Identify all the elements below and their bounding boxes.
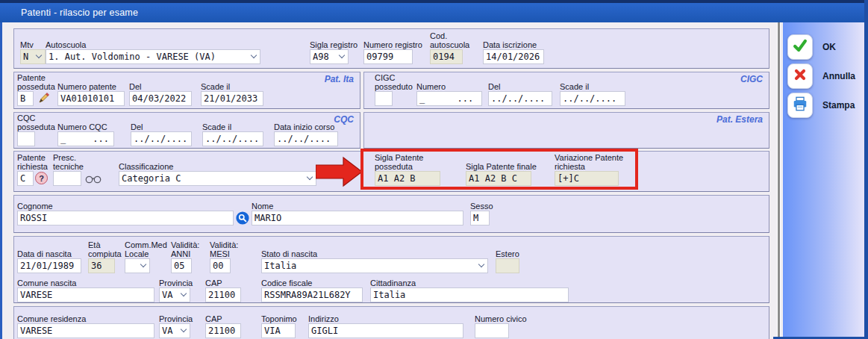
cqc-posseduta-input[interactable]: [17, 131, 35, 146]
cap-residenza-input[interactable]: 21100: [205, 323, 241, 338]
numero-registro-input[interactable]: 09799: [363, 49, 413, 64]
cigc-del-label: Del: [488, 82, 552, 91]
mtv-dropdown[interactable]: N: [20, 49, 46, 64]
indirizzo-field: Indirizzo GIGLI: [308, 314, 463, 338]
numero-civico-label: Numero civico: [475, 314, 527, 323]
cigc-section-label: CIGC: [740, 74, 763, 84]
cigc-posseduto-input[interactable]: [375, 91, 393, 106]
validita-mesi-field: Validità: MESI 00: [210, 240, 247, 273]
indirizzo-label: Indirizzo: [308, 314, 463, 323]
nome-input[interactable]: MARIO: [252, 211, 463, 226]
birth-panel: Data di nascita 21/01/1989 Età compiuta …: [13, 236, 769, 303]
provincia-residenza-dropdown[interactable]: VA: [159, 323, 190, 338]
sigla-registro-value: A98: [313, 52, 329, 62]
provincia-nascita-dropdown[interactable]: VA: [159, 287, 190, 302]
cigc-posseduto-field: CIGC posseduto: [375, 73, 419, 106]
presc-tecniche-input[interactable]: [53, 171, 81, 186]
edit-pencil-icon[interactable]: [38, 92, 50, 104]
eta-compiuta-readonly: 36: [88, 258, 115, 273]
numero-patente-field: Numero patente VA01010101: [57, 82, 125, 106]
patente-posseduta-label: Patente posseduta: [17, 73, 60, 91]
cigc-del-input[interactable]: ../../....: [488, 91, 552, 106]
chevron-down-icon: [36, 52, 42, 58]
sesso-input[interactable]: M: [470, 211, 490, 226]
stampa-button[interactable]: [787, 93, 813, 118]
splitter-divider[interactable]: [777, 22, 781, 339]
search-icon[interactable]: [236, 211, 249, 225]
patente-richiesta-input[interactable]: C: [17, 171, 34, 186]
chevron-down-icon: [140, 261, 146, 267]
nome-field: Nome MARIO: [252, 202, 463, 226]
sigla-finale-label: Sigla Patente finale: [466, 162, 537, 171]
classificazione-value: Categoria C: [122, 173, 181, 184]
numero-civico-input[interactable]: [475, 323, 509, 338]
presc-tecniche-label: Presc. tecniche: [53, 153, 90, 171]
toponimo-field: Toponimo VIA: [261, 314, 297, 338]
cigc-numero-label: Numero: [416, 82, 482, 91]
patente-posseduta-input[interactable]: B: [17, 91, 34, 106]
glasses-icon[interactable]: [85, 175, 102, 184]
toponimo-label: Toponimo: [261, 314, 297, 323]
provincia-residenza-label: Provincia: [159, 314, 193, 323]
cittadinanza-input[interactable]: Italia: [370, 287, 569, 302]
sigla-registro-dropdown[interactable]: A98: [310, 49, 349, 64]
data-nascita-field: Data di nascita 21/01/1989: [17, 249, 81, 273]
cap-nascita-label: CAP: [205, 279, 241, 287]
numero-patente-input[interactable]: VA01010101: [57, 91, 125, 106]
chevron-down-icon: [478, 261, 484, 267]
pat-ita-panel: Pat. Ita Patente posseduta B Numero pate…: [13, 72, 360, 109]
cap-nascita-input[interactable]: 21100: [205, 287, 241, 302]
cqc-numero-input[interactable]: _ ...: [57, 131, 114, 146]
annulla-button[interactable]: [787, 63, 813, 89]
cigc-posseduto-label: CIGC posseduto: [375, 73, 419, 91]
pat-ita-scade-label: Scade il: [201, 82, 263, 91]
pat-ita-del-input[interactable]: 04/03/2022: [129, 91, 192, 106]
variazione-readonly: [+]C: [555, 171, 619, 186]
cognome-label: Cognome: [17, 202, 234, 211]
nome-label: Nome: [252, 202, 463, 211]
comm-med-dropdown[interactable]: [125, 258, 150, 273]
request-panel: Patente richiesta C ? Presc. tecniche Cl…: [13, 151, 769, 192]
numero-registro-label: Numero registro: [363, 40, 422, 49]
toponimo-input[interactable]: VIA: [261, 323, 296, 338]
comune-residenza-input[interactable]: VARESE: [17, 323, 154, 338]
chevron-down-icon: [339, 52, 345, 58]
pat-ita-del-field: Del 04/03/2022: [129, 82, 192, 106]
provincia-residenza-field: Provincia VA: [159, 314, 193, 338]
data-nascita-input[interactable]: 21/01/1989: [17, 258, 81, 273]
indirizzo-input[interactable]: GIGLI: [308, 323, 463, 338]
cigc-scade-input[interactable]: ../../....: [560, 91, 625, 106]
cqc-numero-field: Numero CQC _ ...: [57, 122, 114, 146]
stampa-button-row: Stampa: [787, 93, 855, 118]
validita-anni-input[interactable]: 05: [171, 258, 192, 273]
codice-fiscale-input[interactable]: RSSMRA89A21L682Y: [261, 287, 363, 302]
cittadinanza-label: Cittadinanza: [370, 279, 569, 287]
cigc-numero-input[interactable]: _ ...: [416, 91, 482, 106]
ok-button[interactable]: [787, 34, 813, 60]
action-sidebar: OK Annulla Stampa: [783, 22, 864, 339]
cqc-scade-input[interactable]: ../../....: [202, 131, 263, 146]
comune-nascita-input[interactable]: VARESE: [17, 287, 154, 302]
data-iscrizione-field: Data iscrizione 14/01/2026: [483, 40, 544, 64]
annulla-button-row: Annulla: [787, 63, 855, 89]
stato-nascita-dropdown[interactable]: Italia: [261, 258, 488, 273]
cqc-del-input[interactable]: ../../....: [131, 131, 192, 146]
cigc-del-field: Del ../../....: [488, 82, 552, 106]
cognome-input[interactable]: ROSSI: [17, 211, 234, 226]
cigc-scade-field: Scade il ../../....: [560, 82, 625, 106]
cqc-inizio-corso-input[interactable]: ../../....: [274, 131, 338, 146]
cod-autoscuola-label: Cod. autoscuola: [430, 31, 476, 49]
sigla-registro-field: Sigla registro A98: [310, 40, 357, 64]
cqc-posseduta-label: CQC posseduta: [17, 113, 60, 131]
help-icon[interactable]: ?: [35, 172, 48, 184]
pat-ita-del-label: Del: [129, 82, 192, 91]
cqc-inizio-corso-field: Data inizio corso ../../....: [274, 122, 338, 146]
mtv-label: Mtv: [20, 40, 46, 49]
comune-residenza-field: Comune residenza VARESE: [17, 314, 154, 338]
classificazione-dropdown[interactable]: Categoria C: [119, 171, 316, 186]
cigc-scade-label: Scade il: [560, 82, 625, 91]
data-iscrizione-input[interactable]: 14/01/2026: [483, 49, 544, 64]
autoscuola-dropdown[interactable]: 1. Aut. Voldomino - VARESE (VA): [46, 49, 260, 64]
pat-ita-scade-input[interactable]: 21/01/2033: [201, 91, 263, 106]
validita-mesi-input[interactable]: 00: [210, 258, 231, 273]
